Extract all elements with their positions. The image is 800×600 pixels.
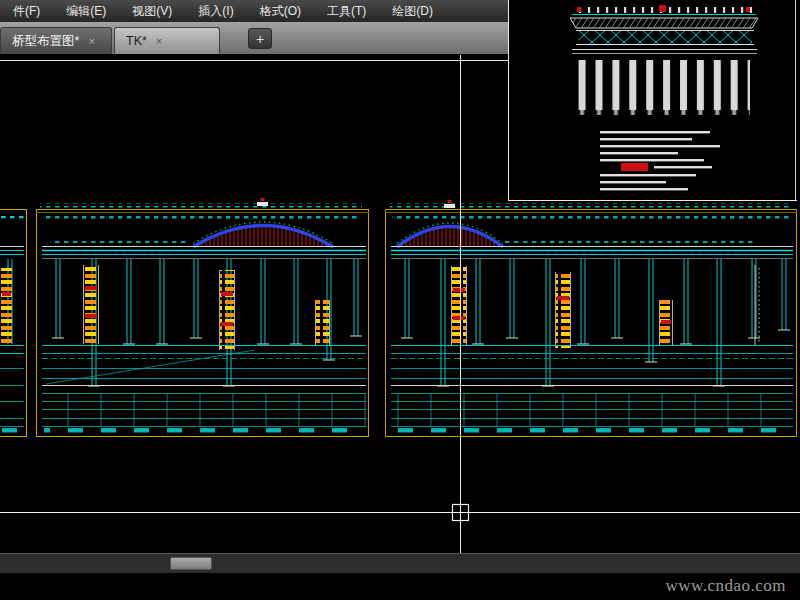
tab-label: 桥型布置图*	[12, 33, 79, 50]
crosshair-cursor	[0, 55, 800, 553]
piers	[56, 259, 358, 386]
menu-edit[interactable]: 编辑(E)	[53, 0, 119, 22]
tab-tk[interactable]: TK* ×	[114, 27, 220, 54]
sheet-left-partial	[0, 209, 27, 437]
pile-group	[578, 56, 750, 116]
horizontal-scrollbar[interactable]	[0, 553, 800, 573]
sheet-bridge-elevation-2	[385, 200, 797, 437]
menu-file[interactable]: 件(F)	[0, 0, 53, 22]
tab-bridge-layout[interactable]: 桥型布置图* ×	[0, 27, 112, 54]
menu-draw[interactable]: 绘图(D)	[379, 0, 446, 22]
tab-bar: 桥型布置图* × TK* × +	[0, 22, 508, 54]
drawing-canvas[interactable]	[0, 0, 800, 600]
scrollbar-thumb[interactable]	[170, 557, 212, 570]
menu-insert[interactable]: 插入(I)	[185, 0, 246, 22]
station-labels	[392, 428, 790, 435]
deck-slab	[570, 18, 758, 28]
new-tab-button[interactable]: +	[248, 28, 272, 49]
watermark: www.cndao.com	[665, 576, 786, 596]
legend-red-mark	[621, 163, 648, 171]
close-icon[interactable]: ×	[156, 36, 162, 47]
legend-bars	[600, 131, 720, 190]
close-icon[interactable]: ×	[88, 36, 94, 47]
bottom-strip: www.cndao.com	[0, 574, 800, 600]
station-labels	[44, 428, 364, 435]
cad-window: 件(F) 编辑(E) 视图(V) 插入(I) 格式(O) 工具(T) 绘图(D)…	[0, 0, 800, 600]
menu-view[interactable]: 视图(V)	[119, 0, 185, 22]
dimension-text-rows	[40, 203, 790, 208]
inset-overview-drawing	[508, 0, 797, 201]
menu-bar: 件(F) 编辑(E) 视图(V) 插入(I) 格式(O) 工具(T) 绘图(D)	[0, 0, 508, 23]
sheet-bridge-elevation-1	[36, 198, 369, 437]
pile-schedule-bar	[452, 266, 466, 346]
tab-label: TK*	[126, 34, 147, 48]
pile-schedule-bar	[84, 265, 98, 344]
menu-tools[interactable]: 工具(T)	[314, 0, 379, 22]
cross-bracing	[578, 31, 752, 44]
menu-format[interactable]: 格式(O)	[247, 0, 314, 22]
